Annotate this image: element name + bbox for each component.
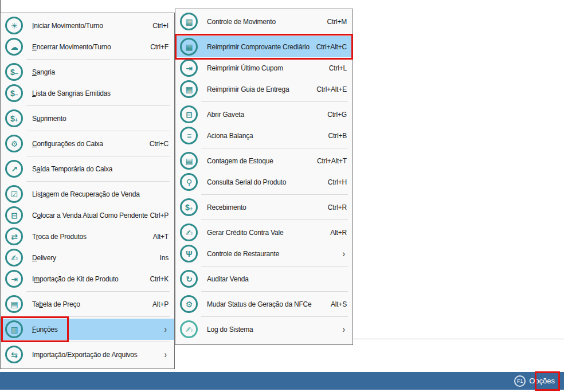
menu-item-saida-temporaria-do-caixa[interactable]: ↗Saída Temporária do Caixa [1, 158, 174, 179]
shortcut-label: Ctrl+Alt+T [317, 157, 347, 165]
f1-key-icon: F1 [514, 375, 526, 387]
menu-item-importacao-de-kit-de-produto[interactable]: ⇥Importação de Kit de ProdutoCtrl+K [1, 268, 174, 289]
main-context-menu: ☀Iniciar Movimento/TurnoCtrl+I☁Encerrar … [0, 13, 175, 369]
menu-item-label: Iniciar Movimento/Turno [32, 22, 152, 30]
menu-item-label: Tabela de Preço [32, 300, 152, 308]
menu-item-label: Encerrar Movimento/Turno [32, 43, 150, 51]
menu-item-controle-de-movimento[interactable]: ▦Controle de MovimentoCtrl+M [175, 11, 352, 32]
menu-item-troca-de-produtos[interactable]: ⇄Troca de ProdutosAlt+T [1, 226, 174, 247]
shortcut-label: Ctrl+Alt+E [316, 85, 347, 93]
clipboard-icon: ▤ [5, 295, 23, 313]
menu-item-label: Mudar Status de Geração da NFCe [207, 300, 331, 308]
menu-item-log-do-sistema[interactable]: ✍Log do Sistema› [175, 319, 352, 340]
menu-item-label: Listagem de Recuperação de Venda [32, 190, 169, 198]
menu-item-importacao-exportacao-de-arquivos[interactable]: ⇆Importação/Exportação de Arquivos› [1, 344, 174, 365]
money-plus-icon: $₊ [180, 198, 198, 216]
menu-item-colocar-a-venda-atual-como-pendente[interactable]: ⊟Colocar a Venda Atual Como PendenteCtrl… [1, 205, 174, 226]
drawer-icon: ⊟ [180, 105, 198, 123]
funcoes-submenu: ▦Controle de MovimentoCtrl+M▦Reimprimir … [175, 9, 353, 345]
menu-separator [26, 131, 170, 131]
menu-separator [201, 219, 348, 220]
menu-separator [26, 59, 170, 60]
menu-separator [26, 156, 170, 156]
menu-item-label: Lista de Sangrias Emitidas [32, 89, 169, 97]
menu-item-label: Reimprimir Último Cupom [207, 64, 329, 72]
document-check-icon: ☑ [5, 185, 23, 203]
menu-item-lista-de-sangrias-emitidas[interactable]: $₋Lista de Sangrias Emitidas [1, 83, 174, 104]
calculator-icon: ▦ [180, 38, 198, 56]
menu-item-tabela-de-preco[interactable]: ▤Tabela de PreçoAlt+P [1, 293, 174, 315]
money-minus-icon: $₋ [5, 84, 23, 102]
menu-item-label: Importação/Exportação de Arquivos [32, 351, 164, 359]
clipboard-icon: ▤ [180, 152, 198, 170]
menu-item-label: Delivery [32, 254, 160, 262]
menu-item-label: Sangria [32, 68, 169, 76]
shortcut-label: Ctrl+R [328, 203, 347, 211]
menu-item-encerrar-movimento-turno[interactable]: ☁Encerrar Movimento/TurnoCtrl+F [1, 36, 174, 57]
menu-item-iniciar-movimento-turno[interactable]: ☀Iniciar Movimento/TurnoCtrl+I [1, 15, 174, 36]
circular-arrow-icon: ↻ [180, 270, 198, 288]
chevron-right-icon: › [343, 249, 346, 258]
calculator-icon: ▦ [180, 13, 198, 30]
menu-item-auditar-venda[interactable]: ↻Auditar Venda [175, 268, 352, 289]
cash-register-icon: ▥ [5, 320, 23, 338]
menu-item-delivery[interactable]: ✍DeliveryIns [1, 247, 174, 268]
menu-item-contagem-de-estoque[interactable]: ▤Contagem de EstoqueCtrl+Alt+T [175, 150, 352, 171]
hand-card-icon: ✍ [180, 320, 198, 338]
hand-card-icon: ✍ [180, 224, 198, 241]
shortcut-label: Ctrl+L [329, 64, 347, 72]
menu-item-label: Gerar Crédito Contra Vale [207, 229, 330, 237]
menu-separator [201, 101, 348, 102]
menu-item-consulta-serial-do-produto[interactable]: ⚲Consulta Serial do ProdutoCtrl+H [175, 171, 352, 193]
shortcut-label: Alt+S [331, 300, 347, 308]
menu-item-reimprimir-ultimo-cupom[interactable]: ⇥Reimprimir Último CupomCtrl+L [175, 57, 352, 79]
menu-item-listagem-de-recuperacao-de-venda[interactable]: ☑Listagem de Recuperação de Venda [1, 183, 174, 205]
menu-item-label: Contagem de Estoque [207, 157, 317, 165]
chevron-right-icon: › [164, 350, 167, 359]
menu-item-aciona-balanca[interactable]: ≡Aciona BalançaCtrl+B [175, 125, 352, 146]
magnifier-icon: ⚲ [180, 173, 198, 191]
opcoes-button[interactable]: F1 Opções [514, 375, 555, 387]
menu-item-label: Configurações do Caixa [32, 140, 150, 148]
menu-item-funcoes[interactable]: ▥Funções› [1, 319, 174, 340]
menu-item-label: Log do Sistema [207, 326, 342, 334]
menu-item-suprimento[interactable]: $₊Suprimento [1, 108, 174, 129]
menu-separator [201, 291, 348, 292]
window-divider-line [353, 339, 564, 339]
import-arrow-icon: ⇥ [180, 59, 198, 77]
app-background: ☀Iniciar Movimento/TurnoCtrl+I☁Encerrar … [0, 0, 564, 392]
menu-item-label: Colocar a Venda Atual Como Pendente [32, 211, 150, 219]
chevron-right-icon: › [164, 324, 167, 334]
menu-item-label: Controle de Restaurante [207, 250, 342, 258]
menu-item-controle-de-restaurante[interactable]: ΨControle de Restaurante› [175, 243, 352, 264]
menu-item-gerar-credito-contra-vale[interactable]: ✍Gerar Crédito Contra ValeAlt+R [175, 222, 352, 243]
menu-item-configuracoes-do-caixa[interactable]: ⚙Configurações do CaixaCtrl+C [1, 133, 174, 154]
menu-item-label: Suprimento [32, 115, 169, 123]
status-bar: F1 Opções [0, 372, 564, 390]
menu-item-reimprimir-comprovante-crediario[interactable]: ▦Reimprimir Comprovante CrediárioCtrl+Al… [175, 36, 352, 57]
menu-item-mudar-status-de-geracao-da-nfce[interactable]: ⚙Mudar Status de Geração da NFCeAlt+S [175, 293, 352, 315]
menu-item-sangria[interactable]: $₋Sangria [1, 61, 174, 83]
money-plus-icon: $₊ [5, 109, 23, 127]
menu-separator [26, 181, 170, 182]
chevron-right-icon: › [343, 324, 346, 334]
menu-item-label: Abrir Gaveta [207, 111, 327, 119]
menu-separator [201, 194, 348, 195]
menu-item-abrir-gaveta[interactable]: ⊟Abrir GavetaCtrl+G [175, 104, 352, 125]
menu-item-recebimento[interactable]: $₊RecebimentoCtrl+R [175, 197, 352, 218]
shortcut-label: Ctrl+G [327, 111, 347, 119]
menu-item-label: Reimprimir Guia de Entrega [207, 85, 316, 93]
menu-separator [201, 148, 348, 148]
shuffle-arrows-icon: ⇆ [5, 346, 23, 363]
shortcut-label: Ctrl+I [152, 22, 169, 30]
menu-item-label: Troca de Produtos [32, 233, 153, 241]
shortcut-label: Alt+T [153, 233, 169, 241]
menu-separator [201, 266, 348, 266]
menu-item-label: Consulta Serial do Produto [207, 178, 328, 186]
menu-separator [201, 34, 348, 34]
gear-wrench-icon: ⚙ [5, 135, 23, 152]
shortcut-label: Ctrl+P [150, 211, 169, 219]
exit-arrow-icon: ↗ [5, 160, 23, 178]
menu-separator [26, 342, 170, 342]
menu-item-reimprimir-guia-de-entrega[interactable]: ▦Reimprimir Guia de EntregaCtrl+Alt+E [175, 79, 352, 100]
